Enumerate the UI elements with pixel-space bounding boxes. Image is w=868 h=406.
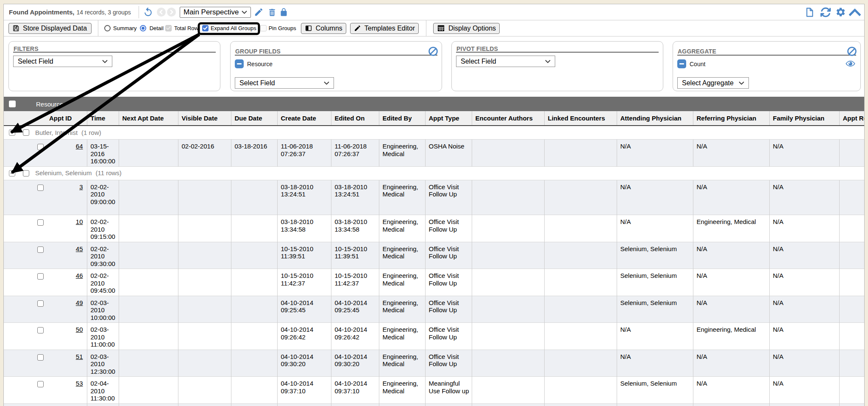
column-header-due-date[interactable]: Due Date [231, 111, 277, 126]
appointment-row-51: 5102-03-2010 12:30:0004-10-2014 09:30:20… [4, 350, 864, 377]
column-header-appt-re[interactable]: Appt Re [839, 111, 864, 126]
detail-radio-label[interactable]: Detail [150, 25, 164, 31]
clear-aggregate-ban-icon[interactable] [847, 46, 857, 58]
appt-id-link[interactable]: 64 [76, 143, 83, 150]
title-bar: Found Appointments,14 records, 3 groups … [4, 4, 864, 20]
column-header-attending-physician[interactable]: Attending Physician [617, 111, 693, 126]
collapse-chevron-up-icon[interactable] [849, 8, 861, 16]
pivot-fields-select-field[interactable]: Select Field [456, 56, 555, 67]
appointment-row-50: 5002-03-2010 11:00:0004-10-2014 09:26:42… [4, 323, 864, 350]
store-displayed-data-button[interactable]: Store Displayed Data [8, 23, 92, 34]
next-icon[interactable] [167, 8, 176, 17]
column-header-create-date[interactable]: Create Date [277, 111, 331, 126]
row-checkbox[interactable] [37, 273, 44, 280]
perspective-select-value: Main Perspective [184, 8, 239, 17]
column-header-referring-physician[interactable]: Referring Physician [693, 111, 769, 126]
row-checkbox[interactable] [37, 327, 44, 333]
toolbar: Store Displayed Data Summary Detail Tota… [4, 20, 864, 36]
appointments-table-wrap: Appt IDTimeNext Apt DateVisible DateDue … [4, 111, 864, 406]
column-header-visible-date[interactable]: Visible Date [178, 111, 231, 126]
summary-radio[interactable] [104, 25, 111, 31]
pencil-icon [354, 25, 361, 32]
summary-radio-label[interactable]: Summary [113, 25, 137, 31]
column-header-appt-id[interactable]: Appt ID [44, 111, 87, 126]
column-header-family-physician[interactable]: Family Physician [769, 111, 839, 126]
appt-id-link[interactable]: 3 [79, 183, 83, 190]
record-count: 14 records, 3 groups [76, 9, 131, 16]
undo-icon[interactable] [143, 7, 153, 17]
found-appointments-window: Found Appointments,14 records, 3 groups … [3, 4, 865, 406]
column-header-edited-on[interactable]: Edited On [331, 111, 379, 126]
pin-groups-checkbox-label[interactable]: Pin Groups [269, 25, 296, 31]
column-header-linked-encounters[interactable]: Linked Encounters [544, 111, 617, 126]
column-header-edited-by[interactable]: Edited By [379, 111, 425, 126]
group-name: Butler, Internist [35, 129, 78, 137]
display-options-button[interactable]: Display Options [433, 23, 500, 34]
row-checkbox[interactable] [37, 354, 44, 361]
edit-perspective-pencil-icon[interactable] [254, 7, 264, 17]
divider [426, 20, 426, 36]
columns-icon [305, 25, 312, 32]
detail-radio[interactable] [140, 25, 146, 31]
column-header-encounter-authors[interactable]: Encounter Authors [472, 111, 544, 126]
row-checkbox[interactable] [37, 185, 44, 191]
chevron-down-icon [739, 81, 744, 85]
total-row-checkbox-label[interactable]: Total Row [174, 25, 198, 31]
pivot-fields-select-value: Select Field [461, 58, 496, 65]
delete-perspective-trash-icon[interactable] [267, 7, 277, 17]
row-checkbox[interactable] [37, 300, 44, 307]
appointment-row-64: 6403-15-2016 16:00:0002-02-201603-18-201… [4, 140, 864, 167]
chevron-down-icon [545, 60, 551, 63]
appointment-row-partial [4, 403, 864, 406]
refresh-icon[interactable] [820, 7, 831, 18]
columns-button[interactable]: Columns [301, 23, 346, 34]
table-grid-icon [437, 25, 445, 32]
appt-id-link[interactable]: 10 [76, 218, 83, 225]
perspective-select[interactable]: Main Perspective [180, 7, 251, 18]
expand-all-groups-checkbox[interactable] [202, 25, 209, 31]
appointment-row-3: 302-02-2010 09:00:0003-18-2010 13:24:510… [4, 180, 864, 215]
pin-groups-checkbox[interactable] [260, 25, 267, 31]
remove-count-chip-icon[interactable] [677, 59, 686, 68]
appt-id-link[interactable]: 50 [76, 326, 83, 333]
group-fields-select-field[interactable]: Select Field [235, 77, 334, 89]
group-checkbox[interactable] [23, 170, 29, 176]
row-checkbox[interactable] [37, 246, 44, 253]
column-header-time[interactable]: Time [87, 111, 119, 126]
appt-id-link[interactable]: 49 [76, 299, 83, 306]
appt-id-link[interactable]: 51 [76, 353, 83, 360]
aggregate-panel: AGGREGATE Count Select Aggregate [673, 41, 861, 91]
group-field-resource-label: Resource [247, 61, 273, 67]
lock-icon[interactable] [279, 7, 288, 17]
filters-select-value: Select Field [18, 58, 53, 65]
remove-resource-chip-icon[interactable] [235, 59, 244, 68]
collapse-group-toggle[interactable] [9, 129, 15, 136]
aggregate-select[interactable]: Select Aggregate [677, 77, 749, 89]
filters-panel: FILTERS Select Field [8, 41, 220, 91]
page-title: Found Appointments, [9, 8, 74, 16]
appt-id-link[interactable]: 45 [76, 245, 83, 252]
gear-icon[interactable] [835, 7, 846, 17]
eye-icon[interactable] [846, 60, 855, 69]
new-document-icon[interactable] [804, 7, 815, 18]
row-checkbox[interactable] [37, 144, 44, 150]
row-checkbox[interactable] [37, 219, 44, 226]
group-checkbox[interactable] [23, 129, 29, 136]
filters-select-field[interactable]: Select Field [13, 56, 112, 67]
table-header-row: Appt IDTimeNext Apt DateVisible DateDue … [4, 111, 864, 126]
total-row-checkbox[interactable] [165, 25, 172, 31]
column-header-appt-type[interactable]: Appt Type [425, 111, 472, 126]
previous-icon[interactable] [157, 8, 166, 17]
select-all-checkbox[interactable] [9, 101, 16, 107]
templates-editor-button[interactable]: Templates Editor [350, 23, 419, 34]
clear-group-fields-ban-icon[interactable] [428, 46, 438, 58]
columns-button-label: Columns [316, 25, 342, 32]
group-fields-select-value: Select Field [239, 79, 275, 87]
row-checkbox[interactable] [37, 381, 44, 387]
collapse-group-toggle[interactable] [9, 170, 15, 176]
appt-id-link[interactable]: 53 [76, 380, 83, 387]
appt-id-link[interactable]: 46 [76, 272, 83, 279]
group-row: Butler, Internist(1 row) [4, 126, 864, 140]
column-header-next-apt-date[interactable]: Next Apt Date [119, 111, 178, 126]
expand-all-groups-checkbox-label[interactable]: Expand All Groups [211, 25, 256, 31]
